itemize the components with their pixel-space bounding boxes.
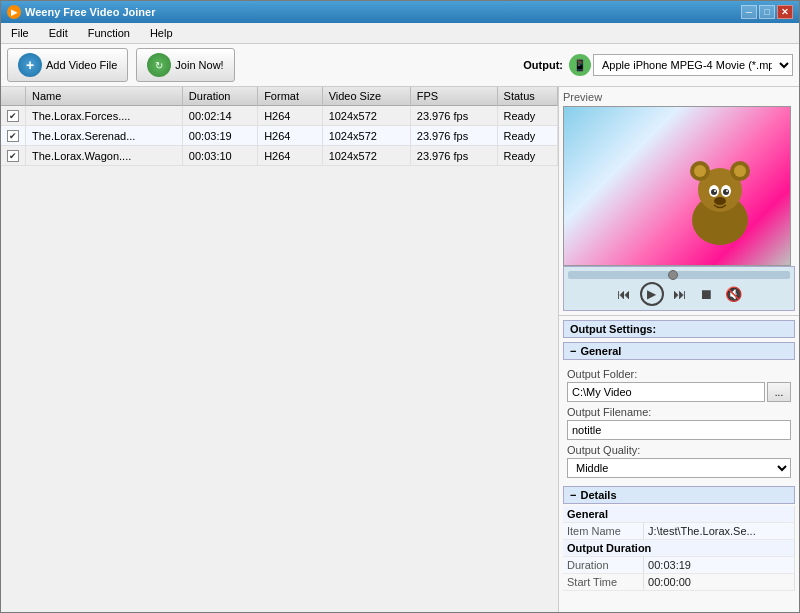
row-status-1: Ready bbox=[497, 126, 557, 146]
item-name-label: Item Name bbox=[563, 523, 644, 540]
join-btn-label: Join Now! bbox=[175, 59, 223, 71]
preview-section: Preview bbox=[559, 87, 799, 316]
menu-file[interactable]: File bbox=[5, 25, 35, 41]
preview-controls: ⏮ ▶ ⏭ ⏹ 🔇 bbox=[563, 266, 795, 311]
start-time-value: 00:00:00 bbox=[644, 574, 795, 591]
duration-value: 00:03:19 bbox=[644, 557, 795, 574]
row-status-2: Ready bbox=[497, 146, 557, 166]
col-duration: Duration bbox=[182, 87, 257, 106]
checkbox-1[interactable]: ✔ bbox=[7, 130, 19, 142]
output-section: Output: 📱 Apple iPhone MPEG-4 Movie (*.m… bbox=[523, 54, 793, 76]
output-settings-header[interactable]: Output Settings: bbox=[563, 320, 795, 338]
preview-video bbox=[563, 106, 791, 266]
folder-input-group: ... bbox=[567, 382, 791, 402]
row-checkbox-2[interactable]: ✔ bbox=[1, 146, 26, 166]
details-table: General Item Name J:\test\The.Lorax.Se..… bbox=[563, 506, 795, 591]
row-format-1: H264 bbox=[258, 126, 323, 146]
details-section-label: Details bbox=[580, 489, 616, 501]
row-duration-1: 00:03:19 bbox=[182, 126, 257, 146]
col-checkbox bbox=[1, 87, 26, 106]
table-row[interactable]: ✔ The.Lorax.Forces.... 00:02:14 H264 102… bbox=[1, 106, 558, 126]
svg-point-4 bbox=[694, 165, 706, 177]
item-name-value: J:\test\The.Lorax.Se... bbox=[644, 523, 795, 540]
preview-label: Preview bbox=[563, 91, 795, 103]
col-format: Format bbox=[258, 87, 323, 106]
minimize-button[interactable]: ─ bbox=[741, 5, 757, 19]
stop-button[interactable]: ⏹ bbox=[696, 285, 716, 303]
menu-function[interactable]: Function bbox=[82, 25, 136, 41]
row-checkbox-1[interactable]: ✔ bbox=[1, 126, 26, 146]
row-videosize-0: 1024x572 bbox=[322, 106, 410, 126]
add-icon: + bbox=[18, 53, 42, 77]
col-videosize: Video Size bbox=[322, 87, 410, 106]
browse-button[interactable]: ... bbox=[767, 382, 791, 402]
output-label: Output: bbox=[523, 59, 563, 71]
row-fps-2: 23.976 fps bbox=[410, 146, 497, 166]
collapse-details-icon: − bbox=[570, 489, 576, 501]
row-status-0: Ready bbox=[497, 106, 557, 126]
details-subsection-general: General bbox=[563, 506, 795, 523]
table-row[interactable]: ✔ The.Lorax.Wagon.... 00:03:10 H264 1024… bbox=[1, 146, 558, 166]
duration-label: Duration bbox=[563, 557, 644, 574]
title-bar: ▶ Weeny Free Video Joiner ─ □ ✕ bbox=[1, 1, 799, 23]
add-btn-label: Add Video File bbox=[46, 59, 117, 71]
toolbar: + Add Video File ↻ Join Now! Output: 📱 A… bbox=[1, 44, 799, 87]
phone-icon: 📱 bbox=[569, 54, 591, 76]
right-panel: Preview bbox=[559, 87, 799, 612]
checkbox-2[interactable]: ✔ bbox=[7, 150, 19, 162]
quality-select[interactable]: Low Middle High bbox=[567, 458, 791, 478]
table-body: ✔ The.Lorax.Forces.... 00:02:14 H264 102… bbox=[1, 106, 558, 166]
filename-input[interactable] bbox=[567, 420, 791, 440]
row-checkbox-0[interactable]: ✔ bbox=[1, 106, 26, 126]
forward-button[interactable]: ⏭ bbox=[670, 285, 690, 303]
general-section-header[interactable]: − General bbox=[563, 342, 795, 360]
menu-bar: File Edit Function Help bbox=[1, 23, 799, 44]
folder-label: Output Folder: bbox=[567, 368, 791, 380]
row-format-2: H264 bbox=[258, 146, 323, 166]
app-icon: ▶ bbox=[7, 5, 21, 19]
row-name-1: The.Lorax.Serenad... bbox=[26, 126, 183, 146]
col-fps: FPS bbox=[410, 87, 497, 106]
menu-edit[interactable]: Edit bbox=[43, 25, 74, 41]
details-start-time-row: Start Time 00:00:00 bbox=[563, 574, 795, 591]
general-section-label: General bbox=[580, 345, 621, 357]
file-table: Name Duration Format Video Size FPS Stat… bbox=[1, 87, 558, 612]
left-panel: Name Duration Format Video Size FPS Stat… bbox=[1, 87, 559, 612]
details-group: General Item Name J:\test\The.Lorax.Se..… bbox=[563, 506, 795, 591]
svg-point-10 bbox=[714, 190, 716, 192]
checkbox-0[interactable]: ✔ bbox=[7, 110, 19, 122]
col-name: Name bbox=[26, 87, 183, 106]
svg-point-9 bbox=[723, 189, 729, 195]
join-icon: ↻ bbox=[147, 53, 171, 77]
seek-thumb[interactable] bbox=[668, 270, 678, 280]
row-fps-0: 23.976 fps bbox=[410, 106, 497, 126]
mute-button[interactable]: 🔇 bbox=[722, 285, 745, 303]
main-window: ▶ Weeny Free Video Joiner ─ □ ✕ File Edi… bbox=[0, 0, 800, 613]
title-bar-left: ▶ Weeny Free Video Joiner bbox=[7, 5, 155, 19]
details-item-name-row: Item Name J:\test\The.Lorax.Se... bbox=[563, 523, 795, 540]
details-section-header[interactable]: − Details bbox=[563, 486, 795, 504]
menu-help[interactable]: Help bbox=[144, 25, 179, 41]
svg-point-8 bbox=[711, 189, 717, 195]
play-button[interactable]: ▶ bbox=[640, 282, 664, 306]
preview-bear-image bbox=[680, 155, 760, 245]
row-name-0: The.Lorax.Forces.... bbox=[26, 106, 183, 126]
table-row[interactable]: ✔ The.Lorax.Serenad... 00:03:19 H264 102… bbox=[1, 126, 558, 146]
quality-label: Output Quality: bbox=[567, 444, 791, 456]
svg-point-12 bbox=[714, 197, 726, 205]
title-controls: ─ □ ✕ bbox=[741, 5, 793, 19]
rewind-button[interactable]: ⏮ bbox=[614, 285, 634, 303]
close-button[interactable]: ✕ bbox=[777, 5, 793, 19]
folder-input[interactable] bbox=[567, 382, 765, 402]
row-name-2: The.Lorax.Wagon.... bbox=[26, 146, 183, 166]
details-subsection-duration: Output Duration bbox=[563, 540, 795, 557]
main-content: Name Duration Format Video Size FPS Stat… bbox=[1, 87, 799, 612]
seek-bar[interactable] bbox=[568, 271, 790, 279]
maximize-button[interactable]: □ bbox=[759, 5, 775, 19]
row-videosize-1: 1024x572 bbox=[322, 126, 410, 146]
table-header-row: Name Duration Format Video Size FPS Stat… bbox=[1, 87, 558, 106]
svg-point-11 bbox=[726, 190, 728, 192]
join-now-button[interactable]: ↻ Join Now! bbox=[136, 48, 234, 82]
add-video-button[interactable]: + Add Video File bbox=[7, 48, 128, 82]
output-format-select[interactable]: Apple iPhone MPEG-4 Movie (*.mp4) bbox=[593, 54, 793, 76]
